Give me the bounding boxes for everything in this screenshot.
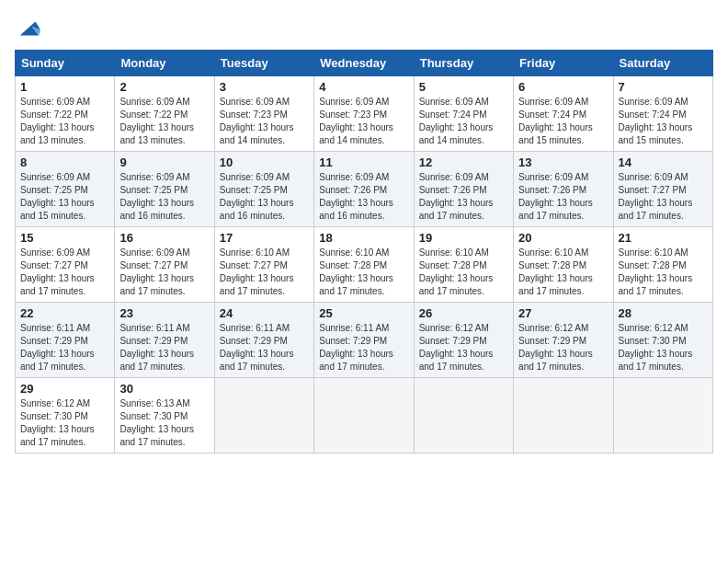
calendar-table: SundayMondayTuesdayWednesdayThursdayFrid… — [15, 50, 713, 454]
calendar-day-cell: 24Sunrise: 6:11 AMSunset: 7:29 PMDayligh… — [214, 303, 313, 378]
page-header — [15, 15, 713, 40]
calendar-day-cell — [314, 378, 414, 454]
day-number: 18 — [319, 231, 408, 245]
calendar-day-cell: 13Sunrise: 6:09 AMSunset: 7:26 PMDayligh… — [514, 152, 613, 227]
day-info: Sunrise: 6:11 AMSunset: 7:29 PMDaylight:… — [119, 322, 209, 373]
calendar-day-cell — [414, 378, 513, 454]
day-info: Sunrise: 6:09 AMSunset: 7:25 PMDaylight:… — [20, 171, 109, 223]
day-info: Sunrise: 6:10 AMSunset: 7:27 PMDaylight:… — [220, 247, 309, 298]
day-number: 21 — [619, 231, 708, 245]
day-info: Sunrise: 6:09 AMSunset: 7:23 PMDaylight:… — [220, 96, 309, 147]
day-number: 2 — [119, 80, 209, 94]
day-number: 11 — [319, 155, 408, 169]
logo — [15, 15, 42, 40]
day-info: Sunrise: 6:09 AMSunset: 7:26 PMDaylight:… — [518, 171, 608, 223]
weekday-header-thursday: Thursday — [414, 51, 513, 76]
calendar-day-cell: 8Sunrise: 6:09 AMSunset: 7:25 PMDaylight… — [16, 152, 115, 227]
day-number: 3 — [220, 80, 309, 94]
calendar-week-row: 1Sunrise: 6:09 AMSunset: 7:22 PMDaylight… — [16, 76, 713, 152]
calendar-day-cell: 20Sunrise: 6:10 AMSunset: 7:28 PMDayligh… — [514, 227, 613, 303]
calendar-day-cell: 12Sunrise: 6:09 AMSunset: 7:26 PMDayligh… — [414, 152, 513, 227]
weekday-header-saturday: Saturday — [613, 51, 712, 76]
weekday-header-friday: Friday — [514, 51, 613, 76]
calendar-day-cell: 9Sunrise: 6:09 AMSunset: 7:25 PMDaylight… — [115, 152, 214, 227]
calendar-day-cell: 11Sunrise: 6:09 AMSunset: 7:26 PMDayligh… — [314, 152, 414, 227]
calendar-day-cell: 5Sunrise: 6:09 AMSunset: 7:24 PMDaylight… — [414, 76, 513, 152]
day-number: 14 — [619, 155, 708, 169]
calendar-week-row: 15Sunrise: 6:09 AMSunset: 7:27 PMDayligh… — [16, 227, 713, 303]
calendar-day-cell: 29Sunrise: 6:12 AMSunset: 7:30 PMDayligh… — [16, 378, 115, 454]
calendar-day-cell: 16Sunrise: 6:09 AMSunset: 7:27 PMDayligh… — [115, 227, 214, 303]
weekday-header-sunday: Sunday — [16, 51, 115, 76]
calendar-day-cell: 28Sunrise: 6:12 AMSunset: 7:30 PMDayligh… — [613, 303, 712, 378]
day-number: 16 — [119, 231, 209, 245]
day-number: 4 — [319, 80, 408, 94]
day-info: Sunrise: 6:09 AMSunset: 7:25 PMDaylight:… — [220, 171, 309, 223]
day-info: Sunrise: 6:09 AMSunset: 7:27 PMDaylight:… — [619, 171, 708, 223]
day-info: Sunrise: 6:11 AMSunset: 7:29 PMDaylight:… — [20, 322, 109, 373]
weekday-header-row: SundayMondayTuesdayWednesdayThursdayFrid… — [16, 51, 713, 76]
day-info: Sunrise: 6:10 AMSunset: 7:28 PMDaylight:… — [319, 247, 408, 298]
calendar-week-row: 29Sunrise: 6:12 AMSunset: 7:30 PMDayligh… — [16, 378, 713, 454]
day-number: 28 — [619, 306, 708, 320]
day-number: 12 — [419, 155, 508, 169]
day-number: 6 — [518, 80, 608, 94]
calendar-day-cell: 7Sunrise: 6:09 AMSunset: 7:24 PMDaylight… — [613, 76, 712, 152]
day-info: Sunrise: 6:09 AMSunset: 7:27 PMDaylight:… — [119, 247, 209, 298]
calendar-day-cell: 1Sunrise: 6:09 AMSunset: 7:22 PMDaylight… — [16, 76, 115, 152]
day-number: 1 — [20, 80, 109, 94]
calendar-day-cell: 17Sunrise: 6:10 AMSunset: 7:27 PMDayligh… — [214, 227, 313, 303]
day-info: Sunrise: 6:09 AMSunset: 7:26 PMDaylight:… — [319, 171, 408, 223]
calendar-day-cell: 3Sunrise: 6:09 AMSunset: 7:23 PMDaylight… — [214, 76, 313, 152]
calendar-day-cell: 6Sunrise: 6:09 AMSunset: 7:24 PMDaylight… — [514, 76, 613, 152]
day-number: 20 — [518, 231, 608, 245]
calendar-day-cell: 2Sunrise: 6:09 AMSunset: 7:22 PMDaylight… — [115, 76, 214, 152]
calendar-day-cell — [613, 378, 712, 454]
weekday-header-wednesday: Wednesday — [314, 51, 414, 76]
day-info: Sunrise: 6:09 AMSunset: 7:24 PMDaylight:… — [619, 96, 708, 147]
day-info: Sunrise: 6:10 AMSunset: 7:28 PMDaylight:… — [619, 247, 708, 298]
day-info: Sunrise: 6:09 AMSunset: 7:27 PMDaylight:… — [20, 247, 109, 298]
calendar-day-cell: 15Sunrise: 6:09 AMSunset: 7:27 PMDayligh… — [16, 227, 115, 303]
calendar-day-cell: 18Sunrise: 6:10 AMSunset: 7:28 PMDayligh… — [314, 227, 414, 303]
calendar-day-cell: 27Sunrise: 6:12 AMSunset: 7:29 PMDayligh… — [514, 303, 613, 378]
calendar-week-row: 8Sunrise: 6:09 AMSunset: 7:25 PMDaylight… — [16, 152, 713, 227]
calendar-day-cell: 23Sunrise: 6:11 AMSunset: 7:29 PMDayligh… — [115, 303, 214, 378]
day-info: Sunrise: 6:13 AMSunset: 7:30 PMDaylight:… — [119, 397, 209, 449]
day-info: Sunrise: 6:09 AMSunset: 7:26 PMDaylight:… — [419, 171, 508, 223]
calendar-day-cell: 21Sunrise: 6:10 AMSunset: 7:28 PMDayligh… — [613, 227, 712, 303]
day-number: 24 — [220, 306, 309, 320]
day-number: 15 — [20, 231, 109, 245]
day-info: Sunrise: 6:09 AMSunset: 7:22 PMDaylight:… — [119, 96, 209, 147]
day-number: 8 — [20, 155, 109, 169]
calendar-day-cell: 10Sunrise: 6:09 AMSunset: 7:25 PMDayligh… — [214, 152, 313, 227]
logo-icon — [17, 15, 42, 40]
calendar-day-cell: 14Sunrise: 6:09 AMSunset: 7:27 PMDayligh… — [613, 152, 712, 227]
day-info: Sunrise: 6:09 AMSunset: 7:24 PMDaylight:… — [419, 96, 508, 147]
day-number: 30 — [119, 382, 209, 396]
calendar-day-cell — [514, 378, 613, 454]
calendar-day-cell: 30Sunrise: 6:13 AMSunset: 7:30 PMDayligh… — [115, 378, 214, 454]
day-number: 26 — [419, 306, 508, 320]
calendar-day-cell: 4Sunrise: 6:09 AMSunset: 7:23 PMDaylight… — [314, 76, 414, 152]
calendar-day-cell: 26Sunrise: 6:12 AMSunset: 7:29 PMDayligh… — [414, 303, 513, 378]
day-number: 29 — [20, 382, 109, 396]
day-info: Sunrise: 6:11 AMSunset: 7:29 PMDaylight:… — [220, 322, 309, 373]
day-number: 25 — [319, 306, 408, 320]
day-info: Sunrise: 6:09 AMSunset: 7:22 PMDaylight:… — [20, 96, 109, 147]
calendar-day-cell: 22Sunrise: 6:11 AMSunset: 7:29 PMDayligh… — [16, 303, 115, 378]
day-number: 5 — [419, 80, 508, 94]
calendar-week-row: 22Sunrise: 6:11 AMSunset: 7:29 PMDayligh… — [16, 303, 713, 378]
calendar-day-cell — [214, 378, 313, 454]
day-info: Sunrise: 6:09 AMSunset: 7:25 PMDaylight:… — [119, 171, 209, 223]
day-number: 7 — [619, 80, 708, 94]
day-info: Sunrise: 6:12 AMSunset: 7:29 PMDaylight:… — [518, 322, 608, 373]
day-info: Sunrise: 6:12 AMSunset: 7:30 PMDaylight:… — [20, 397, 109, 449]
day-number: 22 — [20, 306, 109, 320]
day-number: 9 — [119, 155, 209, 169]
calendar-day-cell: 19Sunrise: 6:10 AMSunset: 7:28 PMDayligh… — [414, 227, 513, 303]
weekday-header-tuesday: Tuesday — [214, 51, 313, 76]
calendar-day-cell: 25Sunrise: 6:11 AMSunset: 7:29 PMDayligh… — [314, 303, 414, 378]
day-info: Sunrise: 6:09 AMSunset: 7:24 PMDaylight:… — [518, 96, 608, 147]
day-number: 17 — [220, 231, 309, 245]
